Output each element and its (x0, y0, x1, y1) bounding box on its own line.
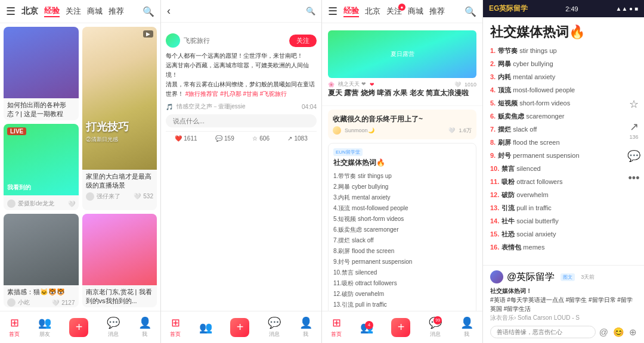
p3-nav-experience[interactable]: 经验 (343, 5, 359, 17)
p4-item-12[interactable]: 12.破防 overwhelm (490, 188, 637, 201)
p3-bn-messages[interactable]: 💬 99 消息 (429, 316, 442, 338)
action-star[interactable]: ☆ 606 (252, 135, 270, 142)
bn-friends[interactable]: 👥 朋友 (38, 316, 51, 338)
card-rain[interactable]: 如何拍出雨的各种形态？| 这是一期教程 Sunklion 🤍 112 (4, 27, 79, 120)
p3-bn-friends[interactable]: 👥 4 (360, 321, 373, 334)
p3-nav-beijing[interactable]: 北京 (365, 6, 380, 17)
nav-item-follow[interactable]: 关注 (66, 6, 81, 17)
p3-bn-home[interactable]: ⊞ 首页 (331, 316, 342, 338)
card-light-avatar (86, 192, 94, 201)
hotword-box[interactable]: EUN留学堂 社交媒体热词🔥 1.带节奏 stir things up 2.网暴… (328, 143, 476, 311)
card-rain-image (4, 27, 79, 98)
p2-bn-friends[interactable]: 👥 (199, 321, 212, 334)
p4-item-1[interactable]: 1.带节奏 stir things up (490, 44, 637, 57)
p4-more-icon: ••• (628, 172, 640, 185)
hamburger-icon[interactable]: ☰ (6, 5, 16, 18)
music-card[interactable]: 收藏很久的音乐终于用上了~ Sunmoon🌙 🤍 1.6万 (328, 110, 476, 139)
card-live-text: 我看到的 (7, 183, 31, 192)
hotword-8: 8.刷屏 flood the screen (333, 246, 471, 257)
like-count: 1611 (184, 135, 197, 142)
p4-share-btn[interactable]: ↗ 136 (627, 120, 640, 140)
search-icon[interactable]: 🔍 (143, 6, 154, 17)
nav-location[interactable]: 北京 (21, 6, 38, 17)
nav-item-experience[interactable]: 经验 (44, 5, 60, 17)
hotword-12: 12.破防 overwhelm (333, 289, 471, 300)
card-street-image (82, 214, 157, 285)
nav-item-recommend[interactable]: 推荐 (109, 6, 124, 17)
card-light[interactable]: 打光技巧 ②清新日光感 ▶ 家里的大白墙才是最高级的直播场景 强仔来了 🤍 53… (82, 27, 157, 210)
card-cat[interactable]: 素描感：猫🐱🐯🐯 小屹 🤍 2127 (4, 214, 79, 307)
p4-bottom-area: @英际留学 图文 3天前 社交媒体热词！ #英语 #每天学英语进一点点 #留学生… (483, 265, 644, 343)
p4-emoji-icon[interactable]: 😊 (613, 327, 624, 338)
p4-star-btn[interactable]: ☆ (627, 98, 640, 111)
card-live[interactable]: LIVE 我看到的 爱摄影de龙龙 🤍 (4, 124, 79, 210)
p4-item-4[interactable]: 4.顶流 most-followed people (490, 83, 637, 96)
p4-at-icon[interactable]: @ (599, 327, 608, 338)
p4-item-6[interactable]: 6.贩卖焦虑 scaremonger (490, 110, 637, 123)
card-light-video-badge: ▶ (143, 30, 153, 38)
p3-hamburger-icon[interactable]: ☰ (328, 5, 338, 18)
panel3-scroll: 夏日露营 🌸 桃之天天 ❤ ❤ 🤍 1010 夏天 露营 烧烤 啤酒 水果 老友… (322, 23, 482, 311)
bn-home[interactable]: ⊞ 首页 (9, 316, 20, 338)
hotword-9: 9.封号 permanent suspension (333, 257, 471, 267)
hashtag-account: #飞驼旅行 (260, 91, 287, 97)
p4-item-3[interactable]: 3.内耗 mental anxiety (490, 70, 637, 83)
card-live-image: LIVE 我看到的 (4, 124, 79, 195)
p3-home-icon: ⊞ (332, 316, 341, 329)
p2-bn-profile[interactable]: 👤 我 (299, 316, 312, 338)
p4-item-14[interactable]: 14.社牛 social butterfly (490, 214, 637, 227)
p4-item-5[interactable]: 5.短视频 short-form videos (490, 96, 637, 110)
p4-comment-btn[interactable]: 💬 (627, 149, 640, 163)
hotword-2: 2.网暴 cyber bullying (333, 182, 471, 192)
p4-item-9[interactable]: 9.封号 permanent suspension (490, 149, 637, 162)
live-badge: LIVE (7, 127, 26, 135)
p4-time: 2:49 (565, 5, 578, 13)
hot-post-summer[interactable]: 夏日露营 🌸 桃之天天 ❤ ❤ 🤍 1010 夏天 露营 烧烤 啤酒 水果 老友… (322, 23, 482, 106)
hashtag-region: #甘南 (243, 91, 258, 97)
p4-user-tag: 图文 (561, 273, 575, 281)
p4-item-13[interactable]: 13.引流 pull in traffic (490, 201, 637, 214)
bn-profile[interactable]: 👤 我 (138, 316, 151, 338)
p3-bn-home-label: 首页 (331, 330, 342, 338)
p3-search-icon[interactable]: 🔍 (465, 6, 476, 17)
panel2-search-icon[interactable]: 🔍 (306, 7, 315, 15)
back-arrow-icon[interactable]: ‹ (167, 5, 171, 17)
p4-more-input-icon[interactable]: ⊕ (629, 327, 637, 338)
p3-nav-recommend[interactable]: 推荐 (429, 6, 445, 17)
panel-3: ☰ 经验 北京 关注 ● 商城 推荐 🔍 夏日露营 🌸 桃之天天 ❤ ❤ 🤍 1… (322, 0, 483, 343)
bn-plus-button[interactable]: + (69, 318, 88, 337)
card-street[interactable]: 南京老门东,赏花 | 我看到的vs我拍到的... 爱摄影de龙龙 🤍 755 (82, 214, 157, 307)
follow-button[interactable]: 关注 (289, 35, 317, 47)
bn-messages[interactable]: 💬 消息 (107, 316, 120, 338)
hashtag-place1: #扎尕那 (220, 91, 242, 97)
p2-bn-messages[interactable]: 💬 消息 (268, 316, 281, 338)
p3-nav-shop[interactable]: 商城 (408, 6, 423, 17)
p4-item-11[interactable]: 11.吸粉 ottract followers (490, 175, 637, 188)
p4-item-16[interactable]: 16.表情包 memes (490, 241, 637, 254)
p2-bn-plus-button[interactable]: + (230, 318, 249, 337)
card-street-info: 南京老门东,赏花 | 我看到的vs我拍到的... 爱摄影de龙龙 🤍 755 (82, 285, 157, 307)
p4-more-btn[interactable]: ••• (627, 172, 640, 185)
p4-item-15[interactable]: 15.社恐 social anxiety (490, 227, 637, 241)
hotword-header: EUN留学堂 (333, 148, 471, 156)
p2-bn-home[interactable]: ⊞ 首页 (170, 316, 181, 338)
p4-item-7[interactable]: 7.摆烂 slack off (490, 123, 637, 136)
p3-bn-profile[interactable]: 👤 我 (460, 316, 473, 338)
p3-nav-follow[interactable]: 关注 ● (386, 6, 402, 17)
p3-plus-icon: + (398, 320, 405, 334)
comment-input[interactable] (166, 114, 317, 127)
star-icon: ☆ (252, 135, 258, 142)
p4-item-2[interactable]: 2.网暴 cyber bullying (490, 57, 637, 70)
hotword-title: 社交媒体热词🔥 (333, 158, 471, 168)
p3-bn-plus-button[interactable]: + (391, 318, 410, 337)
nav-item-shop[interactable]: 商城 (87, 6, 103, 17)
card-live-meta: 爱摄影de龙龙 🤍 (7, 199, 75, 208)
action-comment[interactable]: 💬 159 (215, 135, 234, 142)
p4-comment-input[interactable] (490, 326, 596, 338)
p4-item-8[interactable]: 8.刷屏 flood the screen (490, 136, 637, 149)
panel2-bottom-nav: ⊞ 首页 👥 + 💬 消息 👤 我 (161, 311, 321, 343)
p4-share-icon: ↗ (630, 120, 639, 133)
action-like[interactable]: ❤️ 1611 (175, 135, 197, 142)
p4-item-10[interactable]: 10.禁言 silenced (490, 162, 637, 175)
action-share[interactable]: ↗ 1083 (287, 135, 307, 142)
